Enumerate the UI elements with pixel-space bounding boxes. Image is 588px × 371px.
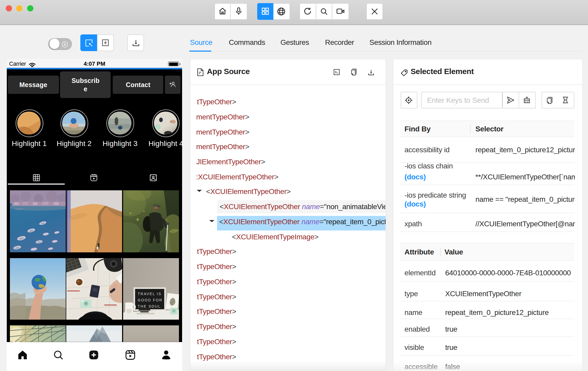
svg-text:GOOD FOR: GOOD FOR xyxy=(137,298,162,302)
svg-text:THE SOUL: THE SOUL xyxy=(137,305,161,309)
svg-text:TRAVEL IS: TRAVEL IS xyxy=(137,292,161,296)
